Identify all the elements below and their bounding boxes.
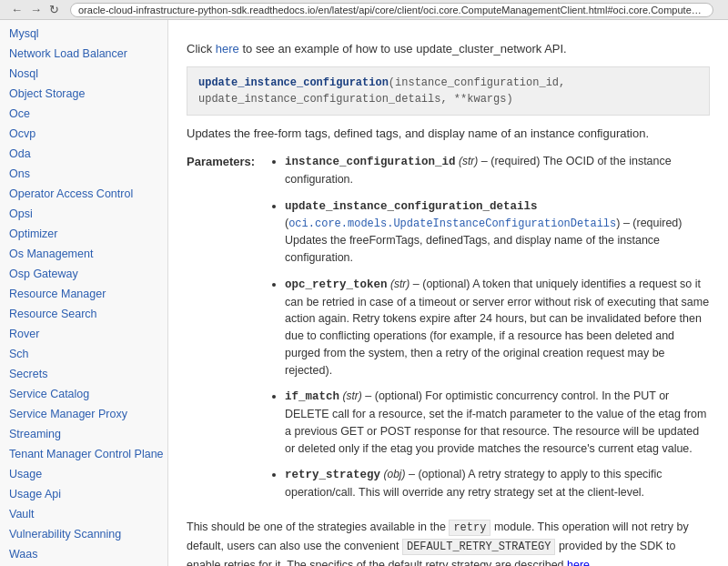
sidebar-item-ons[interactable]: Ons <box>0 164 167 184</box>
forward-button[interactable]: → <box>26 3 46 16</box>
sidebar-item-rover[interactable]: Rover <box>0 324 167 344</box>
sidebar-item-service-manager-proxy[interactable]: Service Manager Proxy <box>0 404 167 424</box>
sidebar-item-tenant-manager-control-plane[interactable]: Tenant Manager Control Plane <box>0 444 167 464</box>
main-content: Click here to see an example of how to u… <box>168 20 728 566</box>
browser-toolbar: ← → ↻ oracle-cloud-infrastructure-python… <box>0 0 728 20</box>
sidebar-item-operator-access-control[interactable]: Operator Access Control <box>0 184 167 204</box>
back-button[interactable]: ← <box>7 3 26 16</box>
sidebar-item-object-storage[interactable]: Object Storage <box>0 84 167 104</box>
sidebar-item-oce[interactable]: Oce <box>0 104 167 124</box>
intro-line: Click here to see an example of how to u… <box>187 42 710 56</box>
parameters-list: instance_configuration_id (str) – (requi… <box>268 153 710 510</box>
retry-strategy-link[interactable]: here <box>567 559 590 566</box>
reload-button[interactable]: ↻ <box>46 3 63 16</box>
sidebar-item-oda[interactable]: Oda <box>0 144 167 164</box>
parameters-section: Parameters: instance_configuration_id (s… <box>187 153 710 510</box>
retry-note-1: This should be one of the strategies ava… <box>187 518 710 566</box>
param-link-1[interactable]: oci.core.models.UpdateInstanceConfigurat… <box>288 217 616 230</box>
sidebar: MonitoringMysqlNetwork Load BalancerNosq… <box>0 0 168 566</box>
sidebar-item-streaming[interactable]: Streaming <box>0 424 167 444</box>
sidebar-item-usage-api[interactable]: Usage Api <box>0 484 167 504</box>
sidebar-item-usage[interactable]: Usage <box>0 464 167 484</box>
cluster-network-link[interactable]: here <box>216 42 239 56</box>
sidebar-item-waas[interactable]: Waas <box>0 544 167 564</box>
sidebar-item-ocvp[interactable]: Ocvp <box>0 124 167 144</box>
sidebar-item-vulnerability-scanning[interactable]: Vulnerability Scanning <box>0 524 167 544</box>
param-item-4: retry_strategy (obj) – (optional) A retr… <box>285 466 710 501</box>
function-signature: update_instance_configuration(instance_c… <box>187 66 710 116</box>
param-item-3: if_match (str) – (optional) For optimist… <box>285 388 710 457</box>
sidebar-item-vault[interactable]: Vault <box>0 504 167 524</box>
sidebar-item-osp-gateway[interactable]: Osp Gateway <box>0 264 167 284</box>
content-wrapper: Click here to see an example of how to u… <box>187 42 710 566</box>
sidebar-item-service-catalog[interactable]: Service Catalog <box>0 384 167 404</box>
sidebar-item-resource-search[interactable]: Resource Search <box>0 304 167 324</box>
parameters-label: Parameters: <box>187 153 268 510</box>
sidebar-item-secrets[interactable]: Secrets <box>0 364 167 384</box>
param-item-0: instance_configuration_id (str) – (requi… <box>285 153 710 188</box>
url-bar[interactable]: oracle-cloud-infrastructure-python-sdk.r… <box>70 3 713 17</box>
sidebar-item-resource-manager[interactable]: Resource Manager <box>0 284 167 304</box>
function-description: Updates the free-form tags, defined tags… <box>187 126 710 140</box>
sidebar-item-sch[interactable]: Sch <box>0 344 167 364</box>
sidebar-item-mysql[interactable]: Mysql <box>0 24 167 44</box>
sidebar-item-nosql[interactable]: Nosql <box>0 64 167 84</box>
param-item-1: update_instance_configuration_details (o… <box>285 197 710 267</box>
param-item-2: opc_retry_token (str) – (optional) A tok… <box>285 276 710 379</box>
sidebar-item-network-load-balancer[interactable]: Network Load Balancer <box>0 44 167 64</box>
function-name: update_instance_configuration <box>198 76 389 89</box>
sidebar-item-optimizer[interactable]: Optimizer <box>0 224 167 244</box>
sidebar-item-opsi[interactable]: Opsi <box>0 204 167 224</box>
sidebar-item-os-management[interactable]: Os Management <box>0 244 167 264</box>
